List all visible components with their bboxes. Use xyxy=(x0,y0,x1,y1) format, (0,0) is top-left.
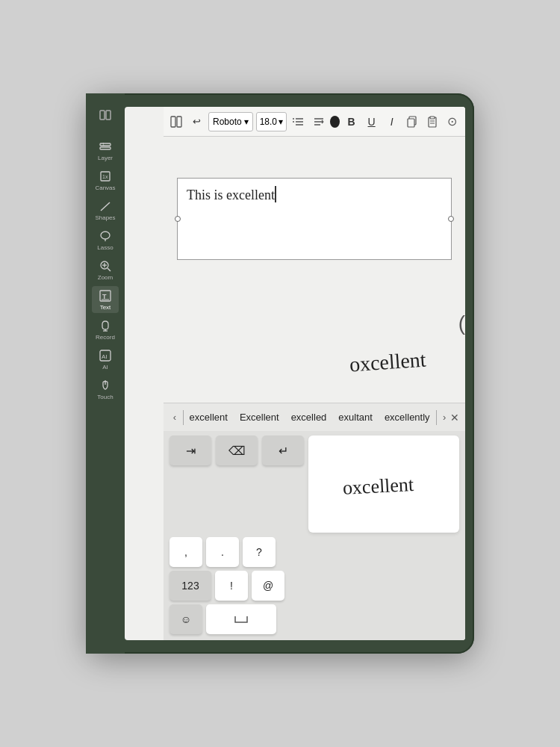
handwriting-panel[interactable]: oxcellent xyxy=(308,436,459,533)
key-question[interactable]: ? xyxy=(243,537,276,567)
keyboard-row-1: , . ? xyxy=(169,537,284,567)
key-period[interactable]: . xyxy=(206,537,239,567)
sidebar-label-canvas: Canvas xyxy=(95,185,115,191)
space-icon xyxy=(234,615,249,624)
key-emoji[interactable]: ☺ xyxy=(169,604,202,634)
keyboard-row-3: ☺ xyxy=(169,604,284,634)
text-box-handle-left[interactable] xyxy=(175,216,181,222)
autocomplete-bar: ‹ excellent Excellent excelled exultant … xyxy=(164,403,465,431)
handwriting-text: oxcellent xyxy=(349,347,427,376)
sidebar-label-shapes: Shapes xyxy=(95,214,115,221)
svg-rect-0 xyxy=(100,111,105,120)
sidebar-item-canvas[interactable]: 1x Canvas xyxy=(92,167,119,193)
font-size-selector[interactable]: 18.0 ▾ xyxy=(256,112,287,131)
sidebar-item-layer[interactable]: 1 Layer xyxy=(92,137,119,164)
nav-icon[interactable] xyxy=(168,111,185,132)
sidebar-label-text: Text xyxy=(100,304,111,311)
key-num[interactable]: 123 xyxy=(169,571,211,601)
key-comma[interactable]: , xyxy=(169,537,202,567)
undo-button[interactable]: ↩ xyxy=(188,111,205,132)
autocomplete-next[interactable]: › xyxy=(439,409,449,427)
sidebar-label-lasso: Lasso xyxy=(97,244,113,251)
sidebar-label-ai: AI xyxy=(102,364,108,371)
line-spacing-button[interactable] xyxy=(290,111,307,132)
autocomplete-sep-left xyxy=(183,410,184,425)
svg-text:1x: 1x xyxy=(102,174,108,179)
paren-hint: ( xyxy=(458,311,465,335)
svg-point-8 xyxy=(101,232,110,239)
text-box-handle-right[interactable] xyxy=(448,216,454,222)
svg-rect-21 xyxy=(171,117,175,127)
autocomplete-sep-right xyxy=(436,410,437,425)
autocomplete-word-4[interactable]: excellently xyxy=(385,412,430,423)
main-text: This is excellent xyxy=(187,187,275,202)
sidebar-label-record: Record xyxy=(96,334,115,341)
text-cursor xyxy=(275,186,276,202)
key-backspace[interactable]: ⌫ xyxy=(216,436,258,465)
device-screen: ↩ Roboto ▾ 18.0 ▾ xyxy=(125,107,465,640)
handwriting-area: oxcellent xyxy=(346,340,450,380)
sidebar-item-shapes[interactable]: Shapes xyxy=(92,196,119,223)
key-enter[interactable]: ↵ xyxy=(262,436,304,465)
device-wrapper: BOOX 1 Layer 1x xyxy=(86,93,474,654)
svg-rect-22 xyxy=(177,117,181,127)
svg-rect-34 xyxy=(430,117,435,119)
device-frame: BOOX 1 Layer 1x xyxy=(86,93,474,654)
hw-panel-text: oxcellent xyxy=(342,474,414,499)
autocomplete-words: excellent Excellent excelled exultant ex… xyxy=(187,412,433,423)
svg-text:AI: AI xyxy=(102,353,108,360)
bold-button[interactable]: B xyxy=(343,111,360,132)
italic-button[interactable]: I xyxy=(383,111,400,132)
text-content: This is excellent xyxy=(187,186,276,203)
hw-panel-svg: oxcellent xyxy=(339,465,429,503)
handwriting-svg: oxcellent xyxy=(346,340,450,377)
more-button[interactable]: ⊙ xyxy=(444,111,461,132)
sidebar-item-lasso[interactable]: Lasso xyxy=(92,226,119,253)
autocomplete-word-1[interactable]: Excellent xyxy=(240,412,279,423)
svg-line-11 xyxy=(108,268,111,271)
autocomplete-word-0[interactable]: excellent xyxy=(190,412,228,423)
font-name: Roboto xyxy=(213,117,242,127)
sidebar-item-nav[interactable] xyxy=(92,102,119,129)
autocomplete-word-3[interactable]: exultant xyxy=(338,412,373,423)
keyboard-main-rows: , . ? 123 ! @ ☺ xyxy=(169,537,459,634)
autocomplete-word-2[interactable]: excelled xyxy=(291,412,327,423)
key-at[interactable]: @ xyxy=(252,571,284,601)
autocomplete-prev[interactable]: ‹ xyxy=(169,409,180,427)
key-exclaim[interactable]: ! xyxy=(215,571,248,601)
keyboard-area: ⇥ ⌫ ↵ oxcellent xyxy=(164,431,465,640)
svg-rect-1 xyxy=(106,111,111,120)
sidebar-item-ai[interactable]: AI AI xyxy=(92,346,119,373)
sidebar-item-text[interactable]: T Text xyxy=(92,286,119,313)
keyboard-left: , . ? 123 ! @ ☺ xyxy=(169,537,284,634)
svg-rect-3 xyxy=(100,147,111,149)
sidebar-label-layer: Layer xyxy=(98,155,113,161)
font-size-value: 18.0 xyxy=(260,117,277,127)
key-tab[interactable]: ⇥ xyxy=(169,436,211,465)
sidebar-item-record[interactable]: Record xyxy=(92,316,119,343)
text-box[interactable]: This is excellent xyxy=(177,178,452,260)
keyboard-row-2: 123 ! @ xyxy=(169,571,284,601)
keyboard-top-row: ⇥ ⌫ ↵ oxcellent xyxy=(169,436,459,533)
sidebar-item-touch[interactable]: Touch xyxy=(92,376,119,403)
sidebar-label-touch: Touch xyxy=(97,394,113,400)
svg-line-7 xyxy=(101,202,110,211)
underline-button[interactable]: U xyxy=(363,111,380,132)
toolbar: ↩ Roboto ▾ 18.0 ▾ xyxy=(164,107,465,137)
sidebar: 1 Layer 1x Canvas Shapes xyxy=(86,93,125,654)
font-selector[interactable]: Roboto ▾ xyxy=(208,112,253,131)
copy-button[interactable] xyxy=(403,111,420,132)
sidebar-item-zoom[interactable]: Zoom xyxy=(92,256,119,283)
svg-rect-32 xyxy=(408,119,414,127)
key-space[interactable] xyxy=(206,604,276,634)
paragraph-button[interactable] xyxy=(310,111,327,132)
writing-area[interactable]: This is excellent oxcellent ( xyxy=(164,137,465,403)
main-content: ↩ Roboto ▾ 18.0 ▾ xyxy=(164,107,465,640)
clipboard-button[interactable] xyxy=(423,111,441,132)
autocomplete-close[interactable]: ✕ xyxy=(449,409,459,426)
sidebar-label-zoom: Zoom xyxy=(98,274,113,281)
color-picker[interactable] xyxy=(330,116,340,128)
